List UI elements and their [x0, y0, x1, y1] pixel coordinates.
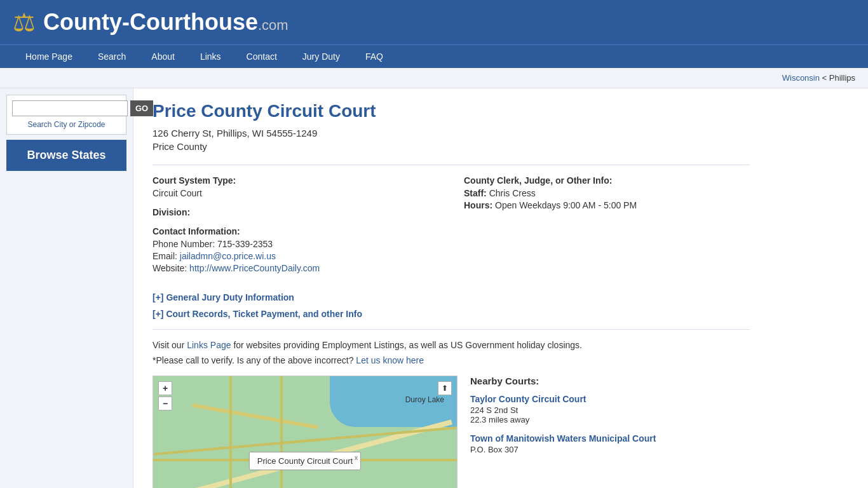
clerk-label: County Clerk, Judge, or Other Info: [464, 175, 750, 186]
sidebar: GO Search City or Zipcode Browse States [0, 88, 133, 488]
site-header: ⚖ County-Courthouse.com [0, 0, 868, 44]
map-container: + − ⬆ Duroy Lake x Price County Circuit … [153, 376, 458, 488]
links-page-link[interactable]: Links Page [187, 340, 231, 350]
main-layout: GO Search City or Zipcode Browse States … [0, 88, 868, 488]
nearby-courts: Nearby Courts: Taylor County Circuit Cou… [470, 376, 750, 463]
breadcrumb-separator: < [822, 73, 829, 83]
map-close-button[interactable]: x [355, 454, 358, 461]
nav-contact[interactable]: Contact [234, 45, 290, 68]
nav-links[interactable]: Links [187, 45, 234, 68]
hours-value: Open Weekdays 9:00 AM - 5:00 PM [495, 200, 637, 210]
website-label: Website: [153, 263, 187, 273]
left-info: Court System Type: Circuit Court Divisio… [153, 175, 438, 282]
browse-states-button[interactable]: Browse States [6, 140, 126, 171]
map-zoom-controls: + − [158, 381, 172, 410]
email-row: Email: jailadmn@co.price.wi.us [153, 251, 438, 261]
nav-faq[interactable]: FAQ [353, 45, 396, 68]
nav-jury-duty[interactable]: Jury Duty [290, 45, 353, 68]
page-title: Price County Circuit Court [153, 101, 750, 121]
staff-row: Staff: Chris Cress [464, 188, 750, 198]
main-content: Price County Circuit Court 126 Cherry St… [133, 88, 769, 488]
nearby-court-2-link[interactable]: Town of Manitowish Waters Municipal Cour… [470, 433, 656, 444]
phone-row: Phone Number: 715-339-2353 [153, 239, 438, 249]
email-link[interactable]: jailadmn@co.price.wi.us [180, 251, 276, 261]
nav-about[interactable]: About [139, 45, 187, 68]
nearby-court-2-address: P.O. Box 307 [470, 445, 750, 454]
nearby-court-1-distance: 22.3 miles away [470, 415, 750, 424]
breadcrumb-city: Phillips [829, 73, 855, 83]
nearby-court-1: Taylor County Circuit Court 224 S 2nd St… [470, 394, 750, 424]
map-popup-label: Price County Circuit Court [257, 456, 353, 466]
main-nav: Home Page Search About Links Contact Jur… [0, 44, 868, 68]
nav-search[interactable]: Search [85, 45, 139, 68]
search-label: Search City or Zipcode [12, 120, 121, 129]
links-page-note: Visit our Links Page for websites provid… [153, 340, 750, 350]
court-system-label: Court System Type: [153, 175, 438, 186]
site-title: County-Courthouse.com [43, 9, 288, 36]
nav-home[interactable]: Home Page [13, 45, 85, 68]
map-street-1 [154, 426, 457, 456]
nearby-court-1-address: 224 S 2nd St [470, 405, 750, 415]
nearby-title: Nearby Courts: [470, 376, 750, 386]
scales-icon: ⚖ [13, 8, 36, 37]
links-prefix: Visit our [153, 340, 184, 350]
court-county: Price County [153, 141, 750, 152]
let-us-know-link[interactable]: Let us know here [356, 355, 424, 365]
jury-duty-link[interactable]: [+] General Jury Duty Information [153, 292, 294, 302]
breadcrumb: Wisconsin < Phillips [0, 68, 868, 88]
search-box: GO Search City or Zipcode [6, 95, 126, 135]
staff-label: Staff: [464, 188, 487, 198]
contact-label: Contact Information: [153, 226, 438, 236]
hours-row: Hours: Open Weekdays 9:00 AM - 5:00 PM [464, 200, 750, 210]
map-road-2 [192, 403, 318, 430]
phone-label: Phone Number: [153, 239, 215, 249]
map-popup: x Price County Circuit Court [249, 452, 361, 470]
bottom-section: + − ⬆ Duroy Lake x Price County Circuit … [153, 376, 750, 488]
right-info: County Clerk, Judge, or Other Info: Staf… [464, 175, 750, 282]
zoom-out-button[interactable]: − [158, 396, 172, 410]
email-label: Email: [153, 251, 177, 261]
map-street-2 [229, 376, 232, 488]
records-link[interactable]: [+] Court Records, Ticket Payment, and o… [153, 309, 362, 319]
divider-1 [153, 165, 750, 165]
records-link-section: [+] Court Records, Ticket Payment, and o… [153, 309, 750, 319]
website-link[interactable]: http://www.PriceCountyDaily.com [189, 263, 320, 273]
website-row: Website: http://www.PriceCountyDaily.com [153, 263, 438, 273]
nearby-court-2: Town of Manitowish Waters Municipal Cour… [470, 433, 750, 454]
phone-value: 715-339-2353 [217, 239, 273, 249]
verify-note: *Please call to verify. Is any of the ab… [153, 355, 750, 365]
division-label: Division: [153, 207, 438, 217]
logo[interactable]: ⚖ County-Courthouse.com [13, 8, 288, 37]
nearby-court-1-link[interactable]: Taylor County Circuit Court [470, 394, 587, 404]
map-duroy-lake-label: Duroy Lake [405, 395, 444, 404]
hours-label: Hours: [464, 200, 492, 210]
court-address: 126 Cherry St, Phillips, WI 54555-1249 [153, 128, 750, 139]
divider-2 [153, 329, 750, 330]
zoom-in-button[interactable]: + [158, 381, 172, 395]
search-input[interactable] [12, 100, 128, 116]
staff-value: Chris Cress [489, 188, 536, 198]
contact-section: Contact Information: Phone Number: 715-3… [153, 226, 438, 273]
jury-duty-link-section: [+] General Jury Duty Information [153, 292, 750, 302]
map-street-3 [280, 376, 283, 488]
info-grid: Court System Type: Circuit Court Divisio… [153, 175, 750, 282]
court-system-value: Circuit Court [153, 188, 438, 198]
map-export-button[interactable]: ⬆ [438, 381, 452, 395]
breadcrumb-state[interactable]: Wisconsin [782, 73, 820, 83]
